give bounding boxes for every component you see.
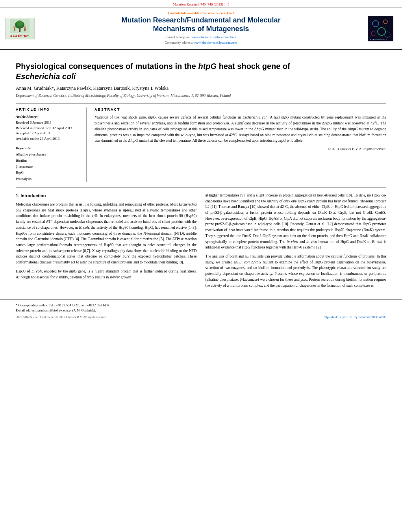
elsevier-logo: ELSEVIER	[5, 18, 35, 39]
intro-para4: The analysis of point and null mutants c…	[206, 254, 387, 288]
footer-copyright-text: 0027-5107/$ – see front matter © 2013 El…	[16, 315, 107, 319]
journal-title: Mutation Research/Fundamental and Molecu…	[39, 16, 363, 33]
homepage-url: www.elsevier.com/locate/molmut	[191, 35, 236, 39]
elsevier-brand-text: ELSEVIER	[10, 34, 29, 37]
svg-rect-8	[368, 16, 393, 41]
svg-rect-5	[14, 28, 15, 31]
received-date: Received 6 January 2013	[16, 120, 81, 126]
abstract-text: Mutation of the heat shock gene, htpG, c…	[94, 115, 386, 144]
svg-rect-7	[24, 28, 26, 31]
elsevier-logo-area: ELSEVIER	[4, 10, 35, 47]
journal-cover-area: MUTATION RESEARCH	[367, 10, 394, 47]
intro-para3: at higher temperatures [9], and a slight…	[206, 193, 387, 250]
history-label: Article history:	[16, 115, 81, 119]
footnote-email: E-mail address: grudnam@biol.uw.edu.pl (…	[16, 308, 386, 313]
sciverse-prefix: Contents lists available at	[168, 11, 203, 15]
abstract-copyright: © 2013 Elsevier B.V. All rights reserved…	[94, 147, 386, 151]
release-word: release	[71, 249, 82, 253]
abstract-box: ABSTRACT Mutation of the heat shock gene…	[94, 108, 386, 182]
community-label: Community address:	[165, 41, 193, 44]
paper-title: Physiological consequences of mutations …	[16, 61, 386, 82]
svg-point-6	[24, 26, 26, 28]
journal-links: journal homepage: www.elsevier.com/locat…	[39, 35, 363, 45]
keywords-label: Keywords:	[16, 146, 81, 150]
body-right-col: at higher temperatures [9], and a slight…	[206, 193, 387, 292]
article-info-heading: ARTICLE INFO	[16, 108, 81, 111]
accepted-date: Accepted 17 April 2013	[16, 131, 81, 136]
abstract-heading: ABSTRACT	[94, 108, 386, 111]
journal-citation: Mutation Research 745–746 (2013) 1–5	[173, 2, 230, 6]
keyword-1: Alkaline phosphatase	[16, 152, 81, 158]
journal-info-center: Contents lists available at SciVerse Sci…	[39, 10, 363, 47]
intro-heading: 1. Introduction	[16, 193, 197, 199]
footer: * Corresponding author. Tel.: +48 22 554…	[0, 299, 402, 322]
doi-link: http://dx.doi.org/10.1016/j.mrfmmm.2013.…	[324, 315, 386, 319]
community-url: www.elsevier.com/locate/mutres	[193, 41, 237, 44]
svg-text:MUTATION RESEARCH: MUTATION RESEARCH	[370, 39, 387, 41]
article-info-box: ARTICLE INFO Article history: Received 6…	[16, 108, 87, 182]
body-content: 1. Introduction Molecular chaperones are…	[16, 187, 386, 292]
sciverse-line: Contents lists available at SciVerse Sci…	[39, 11, 363, 15]
intro-para2: Hsp90 of E. coli, encoded by the htpG ge…	[16, 269, 197, 280]
body-two-col: 1. Introduction Molecular chaperones are…	[16, 193, 386, 292]
journal-header: ELSEVIER Contents lists available at Sci…	[0, 7, 402, 50]
article-info-abstract-section: ARTICLE INFO Article history: Received 6…	[16, 103, 386, 182]
journal-citation-bar: Mutation Research 745–746 (2013) 1–5	[0, 0, 402, 7]
authors-line: Anna M. Grudniak*, Katarzyna Pawlak, Kat…	[16, 85, 386, 91]
page: Mutation Research 745–746 (2013) 1–5	[0, 0, 402, 532]
keyword-3: β-lactamase	[16, 164, 81, 170]
journal-cover-image: MUTATION RESEARCH	[368, 16, 393, 41]
received-revised-date: Received in revised form 12 April 2013	[16, 126, 81, 131]
keyword-4: HtpG	[16, 170, 81, 176]
affiliation-line: Department of Bacterial Genetics, Instit…	[16, 94, 386, 98]
homepage-label: journal homepage:	[166, 35, 191, 39]
intro-para1: Molecular chaperones are proteins that a…	[16, 202, 197, 265]
keywords-list: Alkaline phosphatase Biofilm β-lactamase…	[16, 152, 81, 182]
svg-point-4	[13, 26, 16, 28]
footer-bottom: 0027-5107/$ – see front matter © 2013 El…	[16, 315, 386, 319]
footnote-corresponding: * Corresponding author. Tel.: +48 22 554…	[16, 303, 386, 308]
sciverse-brand: SciVerse ScienceDirect	[203, 11, 234, 15]
body-left-col: 1. Introduction Molecular chaperones are…	[16, 193, 197, 292]
svg-point-3	[17, 20, 23, 26]
main-content: Physiological consequences of mutations …	[0, 50, 402, 295]
keyword-2: Biofilm	[16, 158, 81, 164]
available-date: Available online 23 April 2013	[16, 136, 81, 142]
keyword-5: Proteolysis	[16, 176, 81, 182]
